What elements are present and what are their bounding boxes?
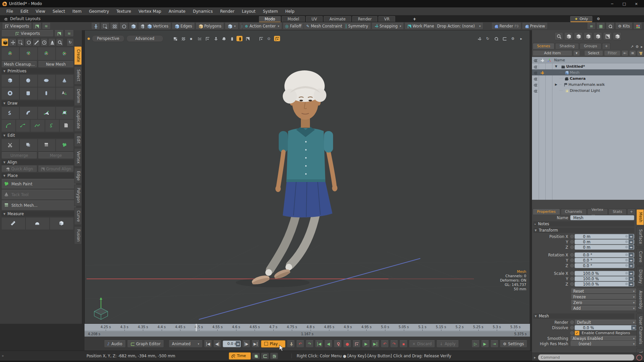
tool-icon-cell[interactable] (1, 139, 19, 152)
mannequin-toggle[interactable] (212, 36, 218, 41)
gizmo-scale-button[interactable] (56, 47, 74, 60)
dissolve-field[interactable]: 0.0 %◀▶ (575, 325, 637, 330)
inspect-tool-button[interactable] (56, 38, 63, 46)
axis-cell[interactable] (545, 87, 552, 94)
box-target-toggle[interactable]: ⊙ (266, 36, 272, 41)
menu-item[interactable]: Render (216, 7, 238, 15)
mesh-section-header[interactable]: ▼ Mesh (533, 313, 634, 319)
visibility-eye-icon[interactable] (532, 87, 539, 94)
step-back-button[interactable]: ◀| (213, 340, 221, 348)
tool-icon-cell[interactable] (16, 119, 30, 132)
tool-icon-cell[interactable] (56, 139, 74, 152)
actor-pose-button[interactable] (287, 340, 295, 348)
channel-state-dot[interactable] (570, 277, 574, 281)
properties-tab[interactable]: Stats (608, 208, 627, 215)
tool-icon-cell[interactable] (19, 87, 38, 100)
auto-key-button[interactable] (353, 340, 361, 348)
scene-tab[interactable]: Shading (555, 43, 579, 49)
sidebar-tab[interactable]: Vertex (74, 148, 82, 167)
discard-button[interactable]: × Discard (409, 340, 435, 348)
layout-tab[interactable]: Render (352, 16, 377, 22)
menu-item[interactable]: Dynamics (189, 7, 216, 15)
render-dropdown[interactable]: Default▾ (575, 320, 637, 325)
gizmo-rotate-button[interactable] (38, 47, 56, 60)
value-spinner[interactable]: ◀▶ (629, 282, 634, 286)
preview-button[interactable]: Preview (522, 23, 548, 29)
close-button[interactable]: × (631, 1, 642, 7)
snapping-button[interactable]: Snapping ▾ (372, 23, 404, 29)
filter-funnel-icon[interactable] (637, 50, 644, 56)
sidebar-tab[interactable]: Fusion (74, 226, 82, 245)
keyframe-dot[interactable] (625, 283, 628, 285)
add-item-button[interactable]: Add Item (533, 50, 572, 56)
layout-gear-button[interactable]: ⚙ (595, 16, 602, 22)
jump-to-end-button[interactable]: ▶| (252, 340, 260, 348)
push-up-key-button[interactable]: ↶ (296, 340, 304, 348)
delete-key-button[interactable]: ▪ (399, 340, 408, 348)
properties-tab[interactable]: Properties (533, 208, 560, 215)
checkerboard-toggle[interactable] (172, 36, 178, 41)
item-label[interactable]: Mesh (570, 70, 580, 75)
channel-value-field[interactable]: 0 m ◀▶ (575, 239, 634, 244)
keyframe-dot[interactable] (625, 240, 628, 243)
visibility-eye-icon[interactable] (532, 75, 539, 81)
channel-state-dot[interactable] (570, 282, 574, 286)
menu-item[interactable]: Vertex Map (135, 7, 165, 15)
matte-toggle[interactable]: ▪ (188, 36, 194, 41)
pin-cell[interactable] (539, 75, 545, 81)
command-input[interactable] (538, 354, 634, 361)
menu-item[interactable]: View (32, 7, 49, 15)
grid-view-button[interactable]: ▦ (596, 23, 605, 29)
viewport-projection-dropdown[interactable]: Perspective (92, 35, 124, 42)
bell-toggle[interactable] (220, 36, 226, 41)
menu-item[interactable]: Item (69, 7, 85, 15)
axis-cell[interactable] (545, 81, 552, 87)
auto-select-button[interactable] (101, 23, 109, 29)
record-button[interactable]: ● (343, 340, 351, 348)
mesh-paint-button[interactable]: Mesh Paint (1, 179, 76, 189)
menu-item[interactable]: Select (49, 7, 69, 15)
viewport-menu-icon[interactable]: ▸ (518, 36, 524, 41)
channel-value-field[interactable]: 0.0 ° ◀▶ (575, 263, 634, 268)
box-active-toggle[interactable] (274, 36, 280, 41)
audio-button[interactable]: ♪ Audio (104, 340, 126, 348)
stamp-tool-button[interactable] (48, 38, 55, 46)
transform-section-header[interactable]: ▼ Transform (533, 228, 634, 233)
sidebar-tab[interactable]: Edge (74, 168, 82, 184)
properties-side-tab[interactable]: Assembly (636, 288, 644, 312)
current-time-field[interactable]: 0.0 s◀▶ (223, 341, 241, 347)
layout-tab[interactable]: Animate (324, 16, 351, 22)
previous-key-button[interactable]: ◀ (324, 340, 332, 348)
play-scene-button[interactable]: ▶ (481, 340, 489, 348)
pull-down-key-button[interactable]: ↷ (306, 340, 314, 348)
channel-state-dot[interactable] (570, 253, 574, 257)
tool-icon-cell[interactable] (38, 107, 56, 119)
value-spinner[interactable]: ◀▶ (629, 263, 634, 268)
viewport-gear-icon[interactable]: ⚙ (510, 36, 516, 41)
item-mode-button[interactable] (1, 38, 8, 46)
filter-menu-button[interactable]: Filter (604, 50, 621, 56)
tool-icon-cell[interactable] (19, 139, 38, 152)
channel-state-dot[interactable] (570, 240, 574, 244)
keyframe-dot[interactable] (625, 277, 628, 280)
channel-state-dot[interactable] (570, 264, 574, 267)
macro-record-icon[interactable] (636, 355, 642, 361)
scene-gear-icon[interactable]: ⚙ (636, 45, 639, 49)
pin-cell[interactable] (539, 81, 545, 87)
keyframe-dot[interactable] (625, 264, 628, 267)
axis-cell[interactable] (545, 69, 552, 75)
notes-section-header[interactable]: ▸ Notes (533, 221, 634, 227)
channel-value-field[interactable]: 100.0 % ◀▶ (575, 276, 634, 281)
tree-row[interactable]: ··· Mesh (532, 69, 644, 75)
name-column-header[interactable]: Name (552, 58, 565, 62)
tool-icon-cell[interactable] (1, 87, 19, 100)
default-layouts-label[interactable]: Default Layouts (10, 15, 41, 22)
bone-tool-button[interactable] (33, 38, 40, 46)
menu-item[interactable]: Texture (113, 7, 135, 15)
keyframe-dot[interactable] (625, 235, 628, 238)
value-spinner[interactable]: ◀▶ (629, 240, 634, 244)
pan-view-icon[interactable] (476, 36, 482, 41)
keyframe-dot[interactable] (625, 246, 628, 248)
gizmo-translate-button[interactable] (19, 47, 38, 60)
tool-icon-cell[interactable] (19, 74, 38, 87)
